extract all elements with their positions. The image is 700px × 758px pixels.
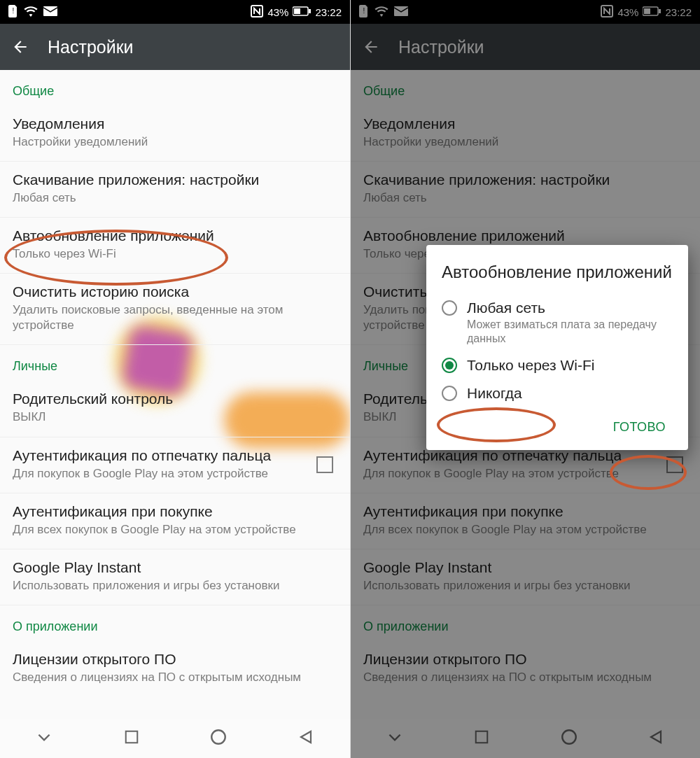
item-notifications[interactable]: Уведомления Настройки уведомлений [0,106,350,162]
clock: 23:22 [315,6,342,18]
item-title: Аутентификация по отпечатку пальца [13,447,337,464]
expand-icon [35,728,53,746]
done-button[interactable]: ГОТОВО [606,414,673,440]
system-navbar [0,719,350,758]
item-auto-update[interactable]: Автообновление приложений Только через W… [0,218,350,274]
battery-percent: 43% [267,6,288,18]
item-subtitle: Для всех покупок в Google Play на этом у… [13,522,337,538]
item-title: Скачивание приложения: настройки [13,171,337,188]
phone-left: ! 43% 23:22 Настройки Общие Уведомления … [0,0,350,758]
item-purchase-auth[interactable]: Аутентификация при покупке Для всех поку… [0,493,350,549]
option-title: Никогда [467,385,522,402]
svg-text:!: ! [13,7,15,15]
item-licenses[interactable]: Лицензии открытого ПО Сведения о лицензи… [0,641,350,696]
item-subtitle: Только через Wi-Fi [13,246,337,262]
back-button[interactable] [11,37,31,57]
option-title: Любая сеть [467,300,673,316]
svg-rect-4 [294,8,300,14]
header-title: Настройки [48,37,134,57]
mail-icon [43,6,57,18]
item-title: Уведомления [13,115,337,132]
section-general: Общие [0,70,350,106]
option-never[interactable]: Никогда [442,379,673,407]
option-subtitle: Может взиматься плата за передачу данных [467,318,673,346]
item-subtitle: Для покупок в Google Play на этом устрой… [13,466,337,482]
item-title: Лицензии открытого ПО [13,651,337,668]
back-arrow-icon [11,38,29,56]
dialog-title: Автообновление приложений [442,262,673,283]
option-title: Только через Wi-Fi [467,357,595,374]
item-title: Аутентификация при покупке [13,503,337,520]
autoupdate-dialog: Автообновление приложений Любая сеть Мож… [426,245,688,450]
item-subtitle: ВЫКЛ [13,409,337,425]
item-clear-search[interactable]: Очистить историю поиска Удалить поисковы… [0,274,350,345]
item-subtitle: Использовать приложения и игры без устан… [13,578,337,594]
home-button[interactable] [209,728,227,749]
battery-icon [293,6,311,18]
recents-icon [124,729,139,745]
recents-button[interactable] [124,729,139,748]
item-parental[interactable]: Родительский контроль ВЫКЛ [0,381,350,437]
item-subtitle: Любая сеть [13,190,337,206]
checkbox-fingerprint[interactable] [316,456,333,473]
item-title: Родительский контроль [13,391,337,407]
radio-icon [442,386,457,401]
section-about: О приложении [0,605,350,641]
svg-rect-6 [126,731,138,743]
option-any-network[interactable]: Любая сеть Может взиматься плата за пере… [442,294,673,351]
item-subtitle: Сведения о лицензиях на ПО с открытым ис… [13,670,337,685]
status-bar: ! 43% 23:22 [0,0,350,24]
nfc-icon [251,5,263,20]
wifi-icon [24,6,38,19]
phone-right: ! 43% 23:22 Настройки Общие Уведомления … [350,0,700,758]
item-instant[interactable]: Google Play Instant Использовать приложе… [0,549,350,605]
svg-rect-1 [43,6,57,16]
back-nav-icon [298,729,315,745]
item-title: Очистить историю поиска [13,283,337,300]
svg-point-7 [212,730,226,744]
item-title: Автообновление приложений [13,227,337,244]
expand-button[interactable] [35,728,53,749]
svg-rect-5 [309,9,311,13]
option-wifi-only[interactable]: Только через Wi-Fi [442,351,673,379]
radio-icon [442,358,457,373]
section-personal: Личные [0,345,350,381]
item-download-prefs[interactable]: Скачивание приложения: настройки Любая с… [0,162,350,218]
radio-icon [442,300,457,316]
sim-icon: ! [8,5,18,20]
item-subtitle: Настройки уведомлений [13,134,337,150]
app-header: Настройки [0,24,350,70]
back-nav-button[interactable] [298,729,315,748]
item-fingerprint[interactable]: Аутентификация по отпечатку пальца Для п… [0,437,350,493]
item-subtitle: Удалить поисковые запросы, введенные на … [13,302,337,333]
home-icon [209,728,227,746]
item-title: Google Play Instant [13,559,337,576]
